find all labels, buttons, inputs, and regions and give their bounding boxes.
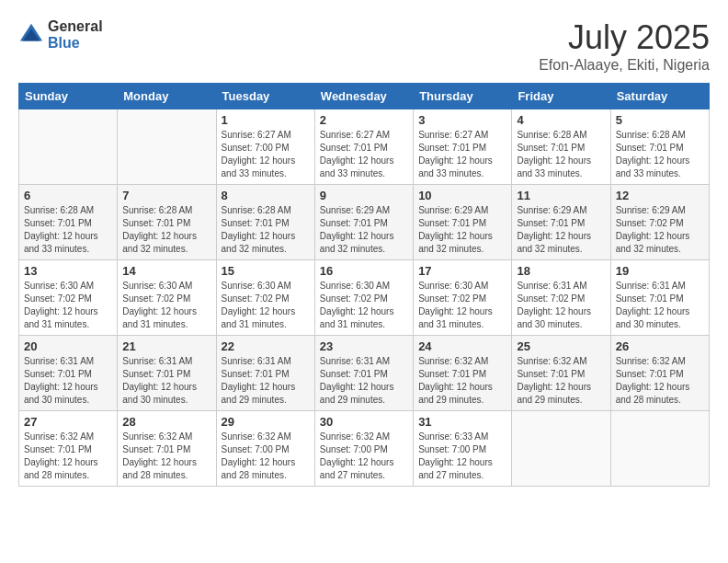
day-number: 12 [616, 189, 704, 202]
day-info: Sunrise: 6:28 AMSunset: 7:01 PMDaylight:… [122, 204, 210, 256]
calendar-cell: 12Sunrise: 6:29 AMSunset: 7:02 PMDayligh… [610, 185, 709, 260]
calendar-cell: 31Sunrise: 6:33 AMSunset: 7:00 PMDayligh… [414, 411, 512, 487]
calendar-week-2: 13Sunrise: 6:30 AMSunset: 7:02 PMDayligh… [19, 260, 710, 336]
header-friday: Friday [512, 84, 610, 109]
day-info: Sunrise: 6:30 AMSunset: 7:02 PMDaylight:… [222, 280, 310, 331]
day-number: 8 [222, 189, 310, 202]
calendar-cell: 28Sunrise: 6:32 AMSunset: 7:01 PMDayligh… [118, 411, 216, 487]
day-info: Sunrise: 6:30 AMSunset: 7:02 PMDaylight:… [122, 280, 210, 331]
calendar-cell: 30Sunrise: 6:32 AMSunset: 7:00 PMDayligh… [314, 411, 413, 487]
calendar-cell: 16Sunrise: 6:30 AMSunset: 7:02 PMDayligh… [314, 260, 413, 336]
header-tuesday: Tuesday [216, 84, 314, 109]
day-number: 3 [418, 113, 506, 127]
calendar-cell: 7Sunrise: 6:28 AMSunset: 7:01 PMDaylight… [118, 185, 216, 260]
day-info: Sunrise: 6:31 AMSunset: 7:01 PMDaylight:… [616, 280, 704, 331]
calendar-cell: 14Sunrise: 6:30 AMSunset: 7:02 PMDayligh… [118, 260, 216, 336]
day-number: 25 [517, 339, 605, 353]
day-number: 13 [24, 264, 112, 278]
day-number: 15 [222, 264, 310, 278]
day-number: 23 [320, 339, 408, 353]
day-info: Sunrise: 6:32 AMSunset: 7:01 PMDaylight:… [616, 355, 704, 407]
day-number: 17 [418, 264, 506, 278]
day-info: Sunrise: 6:27 AMSunset: 7:01 PMDaylight:… [418, 129, 506, 180]
calendar-week-3: 20Sunrise: 6:31 AMSunset: 7:01 PMDayligh… [19, 336, 710, 411]
page-header: General Blue July 2025 Efon-Alaaye, Ekit… [18, 18, 710, 74]
day-info: Sunrise: 6:30 AMSunset: 7:02 PMDaylight:… [418, 280, 506, 331]
calendar-header-row: SundayMondayTuesdayWednesdayThursdayFrid… [19, 84, 710, 109]
day-info: Sunrise: 6:28 AMSunset: 7:01 PMDaylight:… [616, 129, 704, 180]
day-info: Sunrise: 6:32 AMSunset: 7:01 PMDaylight:… [517, 355, 605, 407]
logo-icon [18, 22, 44, 48]
day-info: Sunrise: 6:29 AMSunset: 7:02 PMDaylight:… [616, 204, 704, 256]
day-number: 27 [24, 415, 112, 429]
calendar-cell: 2Sunrise: 6:27 AMSunset: 7:01 PMDaylight… [314, 109, 413, 185]
calendar-cell: 21Sunrise: 6:31 AMSunset: 7:01 PMDayligh… [118, 336, 216, 411]
day-info: Sunrise: 6:30 AMSunset: 7:02 PMDaylight:… [24, 280, 112, 331]
day-info: Sunrise: 6:28 AMSunset: 7:01 PMDaylight:… [222, 204, 310, 256]
calendar-cell: 6Sunrise: 6:28 AMSunset: 7:01 PMDaylight… [19, 185, 118, 260]
day-info: Sunrise: 6:31 AMSunset: 7:01 PMDaylight:… [24, 355, 112, 407]
day-number: 30 [320, 415, 408, 429]
day-number: 18 [517, 264, 605, 278]
calendar-cell: 11Sunrise: 6:29 AMSunset: 7:01 PMDayligh… [512, 185, 610, 260]
calendar-cell: 5Sunrise: 6:28 AMSunset: 7:01 PMDaylight… [610, 109, 709, 185]
day-info: Sunrise: 6:29 AMSunset: 7:01 PMDaylight:… [517, 204, 605, 256]
header-monday: Monday [118, 84, 216, 109]
day-number: 16 [320, 264, 408, 278]
calendar-cell: 19Sunrise: 6:31 AMSunset: 7:01 PMDayligh… [610, 260, 709, 336]
calendar-cell: 18Sunrise: 6:31 AMSunset: 7:02 PMDayligh… [512, 260, 610, 336]
header-wednesday: Wednesday [314, 84, 413, 109]
calendar-week-1: 6Sunrise: 6:28 AMSunset: 7:01 PMDaylight… [19, 185, 710, 260]
logo-text: General Blue [48, 18, 103, 51]
day-number: 5 [616, 113, 704, 127]
logo-general: General [48, 18, 103, 35]
day-info: Sunrise: 6:31 AMSunset: 7:02 PMDaylight:… [517, 280, 605, 331]
day-number: 24 [418, 339, 506, 353]
day-info: Sunrise: 6:29 AMSunset: 7:01 PMDaylight:… [320, 204, 408, 256]
day-info: Sunrise: 6:32 AMSunset: 7:01 PMDaylight:… [122, 431, 210, 482]
day-number: 9 [320, 189, 408, 202]
day-info: Sunrise: 6:31 AMSunset: 7:01 PMDaylight:… [320, 355, 408, 407]
header-saturday: Saturday [610, 84, 709, 109]
day-info: Sunrise: 6:32 AMSunset: 7:01 PMDaylight:… [24, 431, 112, 482]
calendar-cell: 23Sunrise: 6:31 AMSunset: 7:01 PMDayligh… [314, 336, 413, 411]
day-number: 14 [122, 264, 210, 278]
title-block: July 2025 Efon-Alaaye, Ekiti, Nigeria [539, 18, 710, 74]
day-info: Sunrise: 6:28 AMSunset: 7:01 PMDaylight:… [24, 204, 112, 256]
day-number: 28 [122, 415, 210, 429]
calendar-cell: 20Sunrise: 6:31 AMSunset: 7:01 PMDayligh… [19, 336, 118, 411]
calendar-cell: 29Sunrise: 6:32 AMSunset: 7:00 PMDayligh… [216, 411, 314, 487]
calendar-week-4: 27Sunrise: 6:32 AMSunset: 7:01 PMDayligh… [19, 411, 710, 487]
day-info: Sunrise: 6:29 AMSunset: 7:01 PMDaylight:… [418, 204, 506, 256]
title-month: July 2025 [539, 18, 710, 57]
day-info: Sunrise: 6:32 AMSunset: 7:01 PMDaylight:… [418, 355, 506, 407]
day-number: 1 [222, 113, 310, 127]
day-number: 7 [122, 189, 210, 202]
day-info: Sunrise: 6:32 AMSunset: 7:00 PMDaylight:… [320, 431, 408, 482]
calendar-cell: 22Sunrise: 6:31 AMSunset: 7:01 PMDayligh… [216, 336, 314, 411]
day-number: 10 [418, 189, 506, 202]
logo: General Blue [18, 18, 103, 51]
day-info: Sunrise: 6:30 AMSunset: 7:02 PMDaylight:… [320, 280, 408, 331]
day-info: Sunrise: 6:33 AMSunset: 7:00 PMDaylight:… [418, 431, 506, 482]
calendar-cell: 17Sunrise: 6:30 AMSunset: 7:02 PMDayligh… [414, 260, 512, 336]
calendar-cell: 13Sunrise: 6:30 AMSunset: 7:02 PMDayligh… [19, 260, 118, 336]
header-sunday: Sunday [19, 84, 118, 109]
header-thursday: Thursday [414, 84, 512, 109]
calendar-cell: 25Sunrise: 6:32 AMSunset: 7:01 PMDayligh… [512, 336, 610, 411]
day-number: 11 [517, 189, 605, 202]
day-number: 20 [24, 339, 112, 353]
day-number: 26 [616, 339, 704, 353]
day-info: Sunrise: 6:27 AMSunset: 7:00 PMDaylight:… [222, 129, 310, 180]
day-number: 19 [616, 264, 704, 278]
day-number: 22 [222, 339, 310, 353]
calendar-cell: 15Sunrise: 6:30 AMSunset: 7:02 PMDayligh… [216, 260, 314, 336]
calendar-cell: 26Sunrise: 6:32 AMSunset: 7:01 PMDayligh… [610, 336, 709, 411]
day-info: Sunrise: 6:28 AMSunset: 7:01 PMDaylight:… [517, 129, 605, 180]
calendar-cell: 10Sunrise: 6:29 AMSunset: 7:01 PMDayligh… [414, 185, 512, 260]
calendar-cell: 27Sunrise: 6:32 AMSunset: 7:01 PMDayligh… [19, 411, 118, 487]
day-info: Sunrise: 6:27 AMSunset: 7:01 PMDaylight:… [320, 129, 408, 180]
calendar-cell: 8Sunrise: 6:28 AMSunset: 7:01 PMDaylight… [216, 185, 314, 260]
calendar-table: SundayMondayTuesdayWednesdayThursdayFrid… [18, 83, 710, 487]
day-number: 6 [24, 189, 112, 202]
